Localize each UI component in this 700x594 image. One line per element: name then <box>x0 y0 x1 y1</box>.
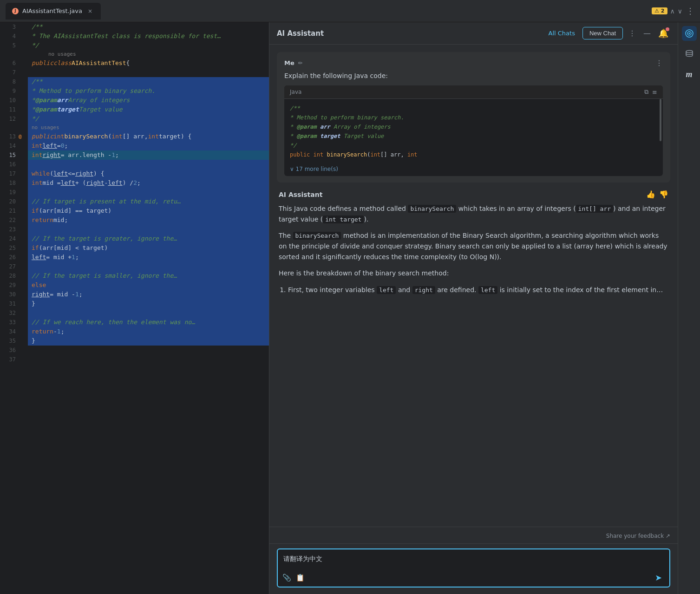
code-line <box>28 160 269 169</box>
code-line <box>28 308 269 318</box>
chat-messages: Me ✏ ⋮ Explain the following Java code: … <box>269 45 678 527</box>
more-menu-button[interactable]: ⋮ <box>627 27 638 39</box>
markdown-sidebar-icon[interactable]: m <box>682 67 697 82</box>
chat-input-left-actions: 📎 📋 <box>282 574 305 582</box>
code-line <box>28 262 269 271</box>
database-icon-svg <box>685 49 694 59</box>
code-ref-1: binarySearch <box>408 205 456 213</box>
code-line: } <box>28 336 269 346</box>
warning-down-icon[interactable]: ∨ <box>678 7 682 15</box>
notification-badge <box>666 27 669 31</box>
ai-panel: AI Assistant All Chats New Chat ⋮ — 🔔 Me <box>269 22 678 594</box>
ai-response: AI Assistant 👍 👎 This Java code defines … <box>277 190 670 295</box>
code-line: /** <box>28 77 269 86</box>
code-line: public int binarySearch(int[] arr, int t… <box>28 132 269 141</box>
cb-line: /** <box>290 104 657 113</box>
code-line: while(left <= right) { <box>28 169 269 178</box>
code-line: */ <box>28 114 269 124</box>
cb-line: * @param target Target value <box>290 131 657 141</box>
code-ref-6: right <box>412 286 435 294</box>
send-message-button[interactable]: ➤ <box>652 572 665 584</box>
ai-sender-label: AI Assistant <box>279 191 322 198</box>
java-file-icon: J <box>12 8 19 14</box>
ai-paragraph-3: Here is the breakdown of the binary sear… <box>279 268 668 279</box>
code-ref-5: left <box>377 286 396 294</box>
code-line: if(arr[mid] == target) <box>28 206 269 215</box>
code-block-actions: ⧉ ≡ <box>644 88 657 96</box>
code-line: return mid; <box>28 215 269 225</box>
code-language-label: Java <box>290 89 301 95</box>
code-block-content: /** * Method to perform binary search. *… <box>284 99 663 164</box>
code-area: 3 4 5 6 7 8 9 10 11 12 13 14 15 16 17 <box>0 22 269 594</box>
ai-feedback-actions: 👍 👎 <box>646 190 668 199</box>
at-gutter-marker: @ <box>19 132 28 141</box>
ai-list-item-1: First, two integer variables left and ri… <box>288 285 668 295</box>
edit-message-icon[interactable]: ✏ <box>298 60 303 66</box>
gutter: @ <box>19 22 28 594</box>
chat-input-wrapper: 📎 📋 ➤ <box>277 548 670 587</box>
code-line: left = mid + 1; <box>28 253 269 262</box>
line-numbers: 3 4 5 6 7 8 9 10 11 12 13 14 15 16 17 <box>0 22 19 594</box>
ai-chat-sidebar-icon[interactable] <box>682 26 697 41</box>
no-usages-label: no usages <box>28 50 269 59</box>
code-scrollbar <box>660 99 661 141</box>
code-ref-4: binarySearch <box>293 232 341 240</box>
ai-list: First, two integer variables left and ri… <box>279 285 668 295</box>
new-chat-button[interactable]: New Chat <box>582 27 623 39</box>
attachment-icon[interactable]: 📎 <box>282 574 291 582</box>
all-chats-button[interactable]: All Chats <box>545 28 579 39</box>
main-area: 3 4 5 6 7 8 9 10 11 12 13 14 15 16 17 <box>0 22 700 594</box>
code-line-current: int right = arr.length - 1; <box>28 150 269 160</box>
thumbs-up-icon[interactable]: 👍 <box>646 190 655 199</box>
code-line <box>28 225 269 234</box>
notification-bell-icon[interactable]: 🔔 <box>656 26 670 40</box>
minimize-button[interactable]: — <box>641 27 653 39</box>
cb-line: * @param arr Array of integers <box>290 122 657 131</box>
message-header: Me ✏ ⋮ <box>284 59 663 67</box>
expand-code-icon[interactable]: ≡ <box>652 89 657 96</box>
right-sidebar: m <box>678 22 700 594</box>
no-usages-selected: no usages <box>28 124 269 132</box>
code-line: * The AIAssistantTest class is responsib… <box>28 32 269 41</box>
feedback-bar: Share your feedback ↗ <box>269 527 678 543</box>
thumbs-down-icon[interactable]: 👎 <box>659 190 668 199</box>
code-block-header: Java ⧉ ≡ <box>284 85 663 99</box>
code-line: */ <box>28 41 269 50</box>
clipboard-icon[interactable]: 📋 <box>296 574 305 582</box>
tab-close-button[interactable]: × <box>86 7 94 15</box>
tab-bar: J AIAssistantTest.java × ⚠ 2 ∧ ∨ ⋮ <box>0 0 700 22</box>
feedback-link[interactable]: Share your feedback ↗ <box>606 533 670 539</box>
ai-paragraph-2: The binarySearch method is an implementa… <box>279 230 668 262</box>
svg-point-3 <box>686 51 693 53</box>
user-message-card: Me ✏ ⋮ Explain the following Java code: … <box>277 52 670 183</box>
file-tab[interactable]: J AIAssistantTest.java × <box>6 3 101 20</box>
warning-count[interactable]: ⚠ 2 <box>652 7 667 14</box>
warning-up-icon[interactable]: ∧ <box>670 7 675 15</box>
code-ref-2: int[] arr <box>576 205 613 213</box>
code-line: return -1; <box>28 327 269 336</box>
code-line: } <box>28 299 269 308</box>
code-line: // If the target is greater, ignore the… <box>28 234 269 243</box>
code-line: right = mid - 1; <box>28 290 269 299</box>
ai-icon-svg <box>685 29 694 38</box>
code-line: if(arr[mid] < target) <box>28 243 269 253</box>
chat-input-area: 📎 📋 ➤ <box>269 543 678 594</box>
message-menu-icon[interactable]: ⋮ <box>655 59 663 67</box>
more-lines-button[interactable]: ∨ 17 more line(s) <box>284 164 663 176</box>
code-line: int mid = left + (right - left) / 2; <box>28 178 269 188</box>
code-line: int left = 0; <box>28 141 269 150</box>
code-block: Java ⧉ ≡ /** * Method to perform binary … <box>284 85 663 176</box>
code-line: // If we reach here, then the element wa… <box>28 318 269 327</box>
ai-response-text: This Java code defines a method called b… <box>279 203 668 295</box>
code-line: * Method to perform binary search. <box>28 86 269 96</box>
chat-input-actions: 📎 📋 ➤ <box>278 569 669 587</box>
more-options-button[interactable]: ⋮ <box>686 6 694 16</box>
database-sidebar-icon[interactable] <box>682 46 697 61</box>
code-line <box>28 68 269 77</box>
ai-panel-header: AI Assistant All Chats New Chat ⋮ — 🔔 <box>269 22 678 45</box>
code-line: /** <box>28 22 269 32</box>
cb-line: public int binarySearch(int[] arr, int <box>290 150 657 159</box>
chat-input-field[interactable] <box>278 549 669 569</box>
copy-code-icon[interactable]: ⧉ <box>644 88 648 96</box>
code-ref-7: left <box>478 286 497 294</box>
